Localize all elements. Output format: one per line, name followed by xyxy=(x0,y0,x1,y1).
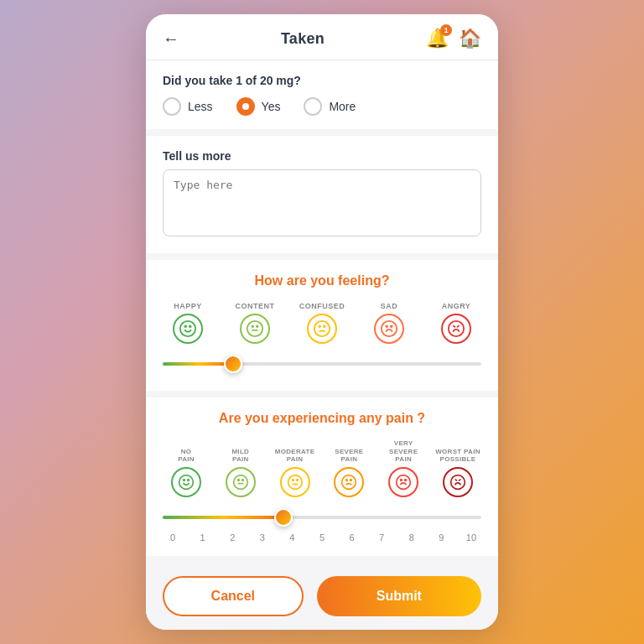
pain-mild[interactable]: MILDPAIN xyxy=(217,448,264,497)
pain-no[interactable]: NOPAIN xyxy=(163,448,210,497)
svg-point-21 xyxy=(296,480,298,481)
tick-7: 7 xyxy=(373,532,390,543)
feeling-slider-fill xyxy=(163,362,233,366)
feeling-confused[interactable]: CONFUSED xyxy=(297,302,347,344)
label-more: More xyxy=(329,100,356,113)
svg-point-5 xyxy=(257,325,258,327)
tick-3: 3 xyxy=(254,532,271,543)
pain-very-severe-face[interactable] xyxy=(388,467,418,497)
feeling-content[interactable]: CONTENT xyxy=(230,302,280,344)
feeling-sad-label: SAD xyxy=(381,302,398,310)
feeling-content-label: CONTENT xyxy=(236,302,275,310)
svg-point-8 xyxy=(324,325,325,327)
header-right: 🔔 1 🏠 xyxy=(426,28,481,49)
label-yes: Yes xyxy=(262,100,281,113)
feeling-angry-face[interactable] xyxy=(441,314,471,344)
feeling-slider-thumb[interactable] xyxy=(224,355,242,373)
feeling-happy-label: HAPPY xyxy=(174,302,202,310)
tick-5: 5 xyxy=(314,532,330,543)
svg-point-6 xyxy=(314,321,330,336)
cancel-button[interactable]: Cancel xyxy=(163,576,304,616)
svg-point-15 xyxy=(188,480,190,481)
header-left: ← xyxy=(163,29,179,49)
tick-4: 4 xyxy=(283,532,300,543)
page-title: Taken xyxy=(281,30,325,48)
option-less[interactable]: Less xyxy=(163,97,213,116)
feeling-angry[interactable]: ANGRY xyxy=(431,302,481,344)
svg-point-4 xyxy=(252,325,253,327)
tick-10: 10 xyxy=(463,532,480,543)
feeling-angry-label: ANGRY xyxy=(442,302,471,310)
option-yes[interactable]: Yes xyxy=(236,97,281,116)
home-button[interactable]: 🏠 xyxy=(459,28,481,49)
feeling-emoji-row: HAPPY CONTENT xyxy=(163,302,481,344)
tick-9: 9 xyxy=(433,532,449,543)
pain-section: Are you experiencing any pain ? NOPAIN M… xyxy=(146,397,498,556)
tick-2: 2 xyxy=(224,532,241,543)
pain-worst-label: WORST PAINPOSSIBLE xyxy=(435,448,480,464)
svg-point-27 xyxy=(405,480,407,481)
pain-emoji-row: NOPAIN MILDPAIN xyxy=(163,439,481,497)
option-more[interactable]: More xyxy=(304,97,356,116)
svg-point-26 xyxy=(401,480,402,481)
radio-more[interactable] xyxy=(304,97,322,116)
pain-mild-face[interactable] xyxy=(226,467,256,497)
svg-point-0 xyxy=(180,321,195,336)
feeling-happy[interactable]: HAPPY xyxy=(163,302,213,344)
tick-1: 1 xyxy=(195,532,211,543)
pain-mild-label: MILDPAIN xyxy=(231,448,249,464)
footer: Cancel Submit xyxy=(146,563,498,630)
submit-button[interactable]: Submit xyxy=(317,576,481,616)
pain-no-label: NOPAIN xyxy=(178,448,195,464)
pain-worst[interactable]: WORST PAINPOSSIBLE xyxy=(434,448,481,497)
pain-moderate-face[interactable] xyxy=(280,467,310,497)
radio-yes-dot xyxy=(242,103,249,110)
pain-slider-track xyxy=(163,516,481,519)
pain-number-row: 0 1 2 3 4 5 6 7 8 9 10 xyxy=(163,532,481,543)
pain-severe-face[interactable] xyxy=(334,467,364,497)
main-card: ← Taken 🔔 1 🏠 Did you take 1 of 20 mg? L… xyxy=(146,14,498,630)
pain-moderate-label: MODERATEPAIN xyxy=(275,448,315,464)
svg-point-11 xyxy=(391,325,392,327)
pain-moderate[interactable]: MODERATEPAIN xyxy=(272,448,319,497)
svg-point-18 xyxy=(242,480,243,481)
pain-slider-thumb[interactable] xyxy=(274,508,293,527)
pain-worst-face[interactable] xyxy=(443,467,473,497)
tick-6: 6 xyxy=(344,532,361,543)
svg-point-3 xyxy=(247,321,262,336)
feeling-title: How are you feeling? xyxy=(163,273,481,288)
pain-severe-label: SEVEREPAIN xyxy=(335,448,363,464)
feeling-confused-face[interactable] xyxy=(307,314,337,344)
feeling-confused-label: CONFUSED xyxy=(299,302,345,310)
svg-point-2 xyxy=(190,325,191,327)
tell-more-label: Tell us more xyxy=(163,149,481,163)
pain-very-severe[interactable]: VERY SEVEREPAIN xyxy=(380,439,427,497)
notification-button[interactable]: 🔔 1 xyxy=(426,28,449,49)
tick-0: 0 xyxy=(164,532,181,543)
radio-yes[interactable] xyxy=(236,97,255,116)
svg-point-23 xyxy=(346,480,348,481)
svg-point-1 xyxy=(184,325,186,327)
feeling-slider-container xyxy=(163,354,481,374)
svg-point-22 xyxy=(342,475,356,490)
pain-very-severe-label: VERY SEVEREPAIN xyxy=(380,439,427,464)
pain-slider-fill xyxy=(163,516,283,519)
feeling-content-face[interactable] xyxy=(240,314,270,344)
feeling-sad[interactable]: SAD xyxy=(364,302,414,344)
svg-point-24 xyxy=(351,480,352,481)
feeling-happy-face[interactable] xyxy=(173,314,203,344)
feeling-slider-track xyxy=(163,362,481,366)
pain-severe[interactable]: SEVEREPAIN xyxy=(325,448,372,497)
svg-point-19 xyxy=(288,475,302,490)
svg-point-16 xyxy=(233,475,247,490)
header: ← Taken 🔔 1 🏠 xyxy=(146,14,498,60)
notification-badge: 1 xyxy=(440,24,452,36)
feeling-sad-face[interactable] xyxy=(374,314,404,344)
back-button[interactable]: ← xyxy=(163,29,179,49)
svg-point-10 xyxy=(386,325,387,327)
pain-no-face[interactable] xyxy=(171,467,201,497)
tell-more-input[interactable] xyxy=(163,169,481,236)
feeling-section: How are you feeling? HAPPY CONTENT xyxy=(146,260,498,391)
tell-more-section: Tell us more xyxy=(146,136,498,253)
radio-less[interactable] xyxy=(163,97,181,116)
